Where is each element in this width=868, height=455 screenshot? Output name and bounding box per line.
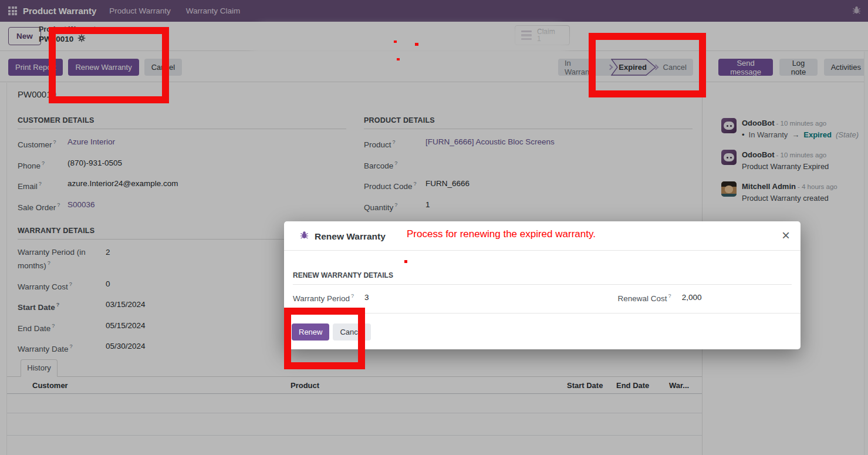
- dialog-footer-divider: [284, 313, 801, 314]
- renewal-cost-value[interactable]: 2,000: [682, 293, 702, 303]
- renew-period-value[interactable]: 3: [364, 293, 369, 303]
- annotation-speck: [394, 41, 397, 43]
- help-tooltip: ?: [351, 293, 354, 299]
- help-tooltip: ?: [668, 293, 671, 299]
- bug-icon: [300, 231, 309, 242]
- renew-details-heading: RENEW WARRANTY DETAILS: [293, 271, 792, 285]
- app-window: Product Warranty Product Warranty Warran…: [0, 0, 868, 455]
- field-renew-period: Warranty Period? 3: [293, 293, 369, 303]
- close-icon[interactable]: ×: [782, 227, 790, 244]
- renew-button[interactable]: Renew: [292, 323, 329, 341]
- annotation-speck: [397, 58, 400, 60]
- renew-warranty-dialog: Renew Warranty Process for renewing the …: [284, 221, 801, 349]
- dialog-footer: Renew Cancel: [292, 323, 371, 341]
- dialog-header: Renew Warranty Process for renewing the …: [284, 221, 801, 251]
- annotation-text: Process for renewing the expired warrant…: [407, 228, 596, 240]
- field-renewal-cost: Renewal Cost? 2,000: [618, 293, 702, 303]
- cancel-dialog-button[interactable]: Cancel: [333, 323, 370, 341]
- dialog-title: Renew Warranty: [315, 231, 386, 242]
- annotation-speck: [415, 43, 418, 46]
- annotation-speck: [404, 260, 407, 263]
